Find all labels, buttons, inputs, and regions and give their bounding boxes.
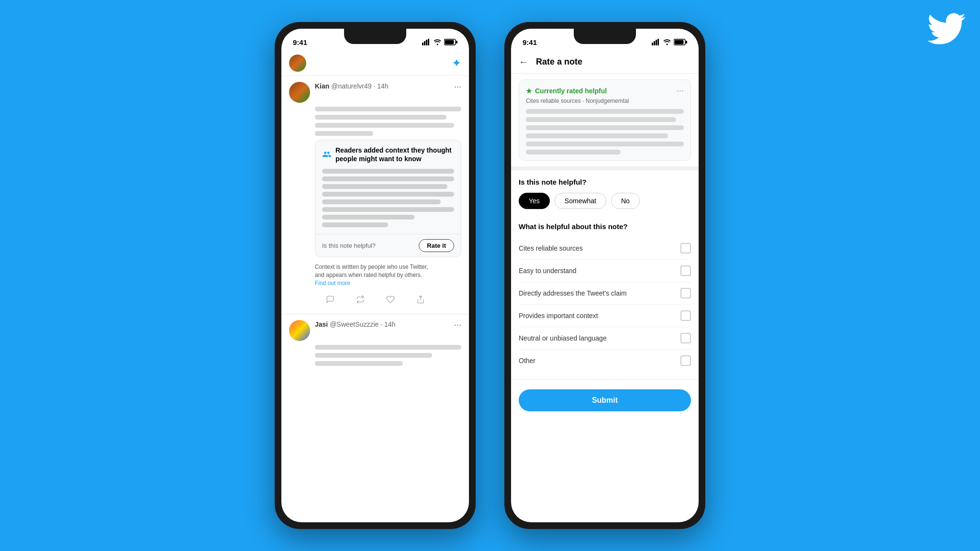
tweet-1-more[interactable]: ··· (454, 82, 461, 92)
notch-2 (574, 29, 636, 44)
note-line (322, 169, 454, 174)
checkbox-label-addresses: Directly addresses the Tweet's claim (519, 289, 627, 297)
tweet-2-name: Jasi (315, 320, 328, 328)
header-avatar[interactable] (289, 55, 306, 72)
tweet-1-handle: @naturelvr49 · 14h (331, 82, 388, 90)
note-question: Is this note helpful? (322, 242, 376, 249)
rated-line (526, 150, 621, 154)
sparkle-icon[interactable]: ✦ (452, 56, 461, 70)
what-helpful-section: What is helpful about this note? Cites r… (511, 215, 699, 379)
rated-content-lines (526, 109, 684, 154)
battery-icon-2 (674, 39, 687, 45)
svg-rect-2 (426, 40, 427, 45)
tweet-1-name: Kian (315, 82, 329, 90)
tweet-1-header: Kian @naturelvr49 · 14h ··· (289, 82, 461, 103)
tweet-2-avatar (289, 320, 310, 341)
community-note-header: Readers added context they thought peopl… (315, 140, 461, 166)
tweet-2-content (289, 345, 461, 366)
checkbox-label-context: Provides important context (519, 312, 598, 320)
tweet-2-more[interactable]: ··· (454, 320, 461, 330)
rate-note-title: Rate a note (536, 57, 582, 67)
svg-rect-5 (445, 40, 454, 44)
reply-icon[interactable] (326, 295, 334, 306)
svg-rect-10 (656, 40, 657, 45)
like-icon[interactable] (386, 295, 395, 306)
header-avatar-img (289, 55, 306, 72)
checkbox-cites[interactable] (680, 243, 691, 253)
placeholder-line (315, 345, 461, 350)
svg-rect-6 (456, 41, 457, 44)
note-line (322, 199, 441, 204)
checkbox-easy-understand: Easy to understand (519, 260, 691, 282)
rated-badge: ★ Currently rated helpful (526, 87, 607, 95)
what-helpful-title: What is helpful about this note? (519, 222, 691, 231)
checkbox-other-box[interactable] (680, 355, 691, 366)
tweet-2-header: Jasi @SweetSuzzzie · 14h ··· (289, 320, 461, 341)
note-line (322, 184, 447, 189)
helpful-no-button[interactable]: No (611, 193, 640, 209)
checkbox-important-context: Provides important context (519, 305, 691, 327)
tweet-1-user-info: Kian @naturelvr49 · 14h (315, 82, 454, 90)
signal-icon-1 (422, 39, 431, 45)
note-line (322, 192, 454, 197)
retweet-icon[interactable] (356, 295, 365, 306)
tweet-2-user-info: Jasi @SweetSuzzzie · 14h (315, 320, 454, 329)
checkbox-neutral[interactable] (680, 333, 691, 343)
checkbox-label-cites: Cites reliable sources (519, 244, 583, 252)
phone1-header: ✦ (281, 51, 469, 76)
tweet-1-avatar[interactable] (289, 82, 310, 103)
placeholder-line (315, 107, 461, 111)
rate-it-button[interactable]: Rate it (419, 239, 454, 252)
rated-line (526, 117, 676, 122)
checkbox-label-other: Other (519, 357, 535, 364)
placeholder-line (315, 123, 454, 128)
helpful-yes-button[interactable]: Yes (519, 193, 550, 209)
note-line (322, 176, 454, 181)
phone-2-screen: 9:41 (511, 29, 699, 522)
readers-icon (322, 150, 332, 159)
helpful-somewhat-button[interactable]: Somewhat (555, 193, 606, 209)
rated-more-icon[interactable]: ··· (677, 86, 684, 96)
rated-badge-text: Currently rated helpful (535, 87, 607, 95)
note-line (322, 207, 454, 212)
tweet-2-handle: @SweetSuzzzie · 14h (330, 320, 395, 328)
currently-rated-card: ★ Currently rated helpful ··· Cites reli… (519, 79, 691, 161)
checkbox-cites-reliable: Cites reliable sources (519, 237, 691, 260)
signal-icon-2 (652, 39, 660, 45)
checkbox-addresses[interactable] (680, 288, 691, 298)
checkbox-addresses-claim: Directly addresses the Tweet's claim (519, 282, 691, 305)
battery-icon-1 (444, 39, 457, 45)
helpful-question: Is this note helpful? (519, 178, 691, 186)
community-note-title: Readers added context they thought peopl… (335, 146, 454, 163)
note-content-lines (315, 166, 461, 234)
checkbox-easy[interactable] (680, 265, 691, 276)
share-icon[interactable] (416, 295, 425, 306)
svg-rect-8 (652, 43, 653, 45)
svg-rect-0 (422, 43, 423, 45)
placeholder-line (315, 353, 432, 358)
find-out-more-link[interactable]: Find out more (315, 280, 350, 287)
tweet-1-content (289, 107, 461, 136)
rated-line (526, 133, 668, 138)
context-footer: Context is written by people who use Twi… (289, 261, 461, 291)
submit-section: Submit (511, 379, 699, 421)
submit-button[interactable]: Submit (519, 389, 691, 411)
status-time-1: 9:41 (293, 38, 307, 46)
placeholder-line (315, 361, 403, 366)
checkbox-label-easy: Easy to understand (519, 267, 577, 275)
status-icons-2 (652, 39, 687, 45)
tweet-2-username: Jasi @SweetSuzzzie · 14h (315, 320, 395, 328)
note-line (322, 215, 414, 220)
note-line (322, 222, 388, 227)
status-icons-1 (422, 39, 457, 45)
svg-rect-1 (424, 41, 425, 45)
svg-rect-11 (657, 39, 659, 45)
rate-note-header: ← Rate a note (511, 51, 699, 74)
notch-1 (344, 29, 406, 44)
rated-tags: Cites reliable sources · Nonjudgememtal (526, 98, 684, 104)
svg-rect-14 (686, 41, 687, 44)
phone-2: 9:41 (504, 22, 705, 529)
back-button[interactable]: ← (519, 56, 528, 67)
checkbox-context[interactable] (680, 310, 691, 321)
note-footer: Is this note helpful? Rate it (315, 234, 461, 257)
